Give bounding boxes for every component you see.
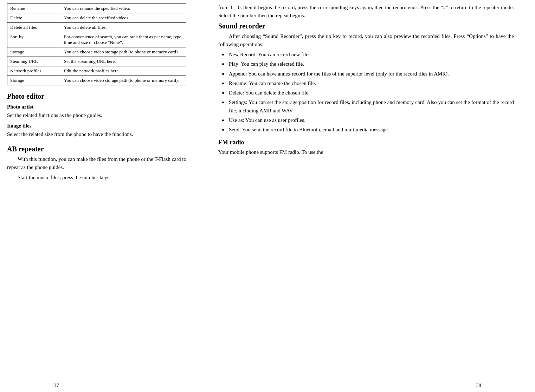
bullet-list-item: Send: You send the record file to Blueto… <box>222 126 514 134</box>
page-number-right: 38 <box>268 383 521 388</box>
table-cell-label: Sort by <box>7 32 61 47</box>
bullet-list-item: Use as: You can use as user profiles. <box>222 116 514 124</box>
table-row: DeleteYou can delete the specified video… <box>7 13 186 23</box>
table-cell-description: Edit the network profiles here. <box>61 66 186 76</box>
sound-recorder-bullet-list: New Record: You can record new files.Pla… <box>222 51 514 134</box>
table-cell-label: Steaming URL <box>7 57 61 66</box>
ab-repeater-para2: Start the music files, press the number … <box>7 174 186 182</box>
page-footer: 37 38 <box>0 379 535 392</box>
sound-recorder-section: Sound recorder After choosing “Sound Rec… <box>218 22 514 134</box>
table-cell-label: Rename <box>7 4 61 13</box>
fm-radio-heading: FM radio <box>218 139 514 146</box>
ab-repeater-para1: With this function, you can make the fil… <box>7 155 186 172</box>
settings-table: RenameYou can rename the specified video… <box>7 4 186 85</box>
fm-radio-text: Your mobile phone supports FM radio. To … <box>218 148 514 156</box>
photo-artist-heading: Photo artist <box>7 104 186 110</box>
fm-radio-section: FM radio Your mobile phone supports FM r… <box>218 139 514 156</box>
table-cell-description: Set the streaming URL here. <box>61 57 186 66</box>
photo-artist-text: Set the related functions as the phone g… <box>7 111 186 119</box>
table-cell-description: You can choose video storage path (to ph… <box>61 47 186 57</box>
table-cell-description: You can delete the specified videos. <box>61 13 186 23</box>
right-page: from 1—0, then it begins the record, pre… <box>197 0 535 379</box>
table-row: RenameYou can rename the specified video… <box>7 4 186 13</box>
bullet-list-item: Delete: You can delete the chosen file. <box>222 89 514 97</box>
table-cell-label: Delete all files <box>7 23 61 32</box>
table-row: StorageYou can choose video storage path… <box>7 76 186 85</box>
table-cell-label: Network profiles <box>7 66 61 76</box>
table-cell-description: You can choose video storage path (to ph… <box>61 76 186 85</box>
table-cell-label: Storage <box>7 76 61 85</box>
photo-artist-sub: Photo artist Set the related functions a… <box>7 104 186 119</box>
photo-editor-heading: Photo editor <box>7 92 186 100</box>
bullet-list-item: Play: You can play the selected file. <box>222 60 514 68</box>
photo-editor-section: Photo editor Photo artist Set the relate… <box>7 92 186 139</box>
image-tiles-sub: Image tiles Select the related size from… <box>7 123 186 138</box>
table-row: Delete all filesYou can delete all files… <box>7 23 186 32</box>
table-cell-label: Delete <box>7 13 61 23</box>
left-page: RenameYou can rename the specified video… <box>0 0 197 379</box>
table-cell-description: You can rename the specified video. <box>61 4 186 13</box>
right-intro-text: from 1—0, then it begins the record, pre… <box>218 4 514 20</box>
image-tiles-heading: Image tiles <box>7 123 186 129</box>
table-cell-description: For convenience of search, you can rank … <box>61 32 186 47</box>
page-number-left: 37 <box>14 383 268 388</box>
bullet-list-item: New Record: You can record new files. <box>222 51 514 59</box>
table-row: Sort byFor convenience of search, you ca… <box>7 32 186 47</box>
table-cell-label: Storage <box>7 47 61 57</box>
sound-recorder-intro: After choosing “Sound Recorder”, press t… <box>218 32 514 49</box>
image-tiles-text: Select the related size from the phone t… <box>7 130 186 138</box>
table-cell-description: You can delete all files. <box>61 23 186 32</box>
ab-repeater-section: AB repeater With this function, you can … <box>7 145 186 182</box>
ab-repeater-heading: AB repeater <box>7 145 186 153</box>
bullet-list-item: Settings: You can set the storage positi… <box>222 98 514 115</box>
sound-recorder-heading: Sound recorder <box>218 22 514 30</box>
bullet-list-item: Rename: You can rename the chosen file. <box>222 79 514 87</box>
table-row: StorageYou can choose video storage path… <box>7 47 186 57</box>
table-row: Steaming URL Set the streaming URL here. <box>7 57 186 66</box>
table-row: Network profilesEdit the network profile… <box>7 66 186 76</box>
bullet-list-item: Append: You can have annex record for th… <box>222 70 514 78</box>
